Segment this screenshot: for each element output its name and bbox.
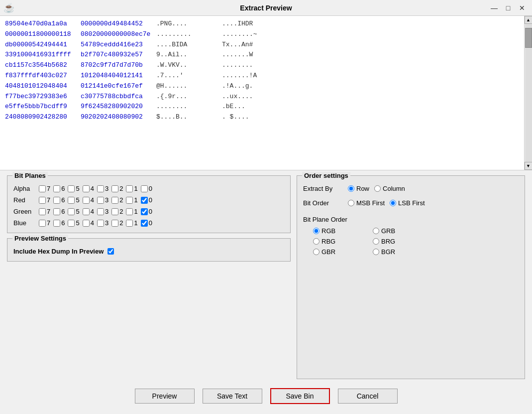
bit-checkbox-blue-5[interactable] [68, 220, 75, 227]
bit-checkbox-green-4[interactable] [83, 208, 90, 215]
scroll-track[interactable] [525, 24, 532, 162]
bit-plane-option-grb[interactable]: GRB [373, 227, 423, 235]
vertical-scrollbar[interactable]: ▲ ▼ [524, 16, 532, 170]
bit-item-red-7: 7 [39, 196, 50, 204]
bit-checkbox-red-1[interactable] [126, 197, 133, 204]
bit-label-blue-6: 6 [61, 219, 65, 227]
order-content: Extract By Row Column Bit Order [303, 185, 519, 256]
bit-checkbox-blue-2[interactable] [111, 220, 118, 227]
bit-plane-option-rbg[interactable]: RBG [313, 238, 363, 245]
close-button[interactable]: ✕ [516, 2, 528, 14]
bit-checkbox-blue-7[interactable] [39, 220, 46, 227]
bit-checkbox-green-7[interactable] [39, 208, 46, 215]
hex-col2: 9f62458280902020 [81, 102, 150, 112]
bit-checkbox-red-4[interactable] [83, 197, 90, 204]
extract-col-radio[interactable] [374, 185, 381, 192]
bit-checkbox-blue-4[interactable] [83, 220, 90, 227]
bit-item-red-6: 6 [53, 196, 65, 204]
hex-line: 2408080902428280 9020202408080902 $....B… [5, 112, 519, 123]
scroll-thumb[interactable] [525, 28, 532, 48]
bit-item-green-7: 7 [39, 208, 50, 215]
save-text-button[interactable]: Save Text [203, 389, 262, 404]
bit-plane-option-gbr[interactable]: GBR [313, 248, 363, 256]
bit-checkbox-blue-0[interactable] [141, 220, 148, 227]
lsb-first-input[interactable] [390, 200, 396, 206]
scroll-down-arrow[interactable]: ▼ [525, 162, 532, 170]
bit-checkbox-red-7[interactable] [39, 197, 46, 204]
hex-col2: 54789ceddd416e23 [81, 40, 150, 50]
bit-plane-radio-bgr[interactable] [373, 249, 379, 255]
bit-checkbox-red-2[interactable] [111, 197, 118, 204]
bit-item-alpha-2: 2 [111, 185, 123, 192]
msb-first-input[interactable] [348, 200, 354, 206]
bit-checkbox-alpha-0[interactable] [141, 185, 148, 192]
bit-item-blue-2: 2 [111, 219, 123, 227]
bit-label-blue-0: 0 [149, 219, 152, 227]
bit-checkbox-alpha-5[interactable] [68, 185, 75, 192]
bit-checkbox-red-3[interactable] [97, 197, 104, 204]
bit-item-red-5: 5 [68, 196, 79, 204]
bit-checkbox-group-alpha: 76543210 [39, 185, 152, 192]
bit-item-green-5: 5 [68, 208, 79, 215]
bit-label-green-7: 7 [47, 208, 50, 215]
bit-checkbox-blue-6[interactable] [53, 220, 60, 227]
bit-checkbox-green-2[interactable] [111, 208, 118, 215]
bit-label-blue-7: 7 [47, 219, 50, 227]
bit-checkbox-red-5[interactable] [68, 197, 75, 204]
save-bin-button[interactable]: Save Bin [270, 388, 330, 404]
extract-by-column-radio[interactable]: Column [374, 185, 405, 192]
bit-planes-title: Bit Planes [12, 172, 48, 179]
bit-checkbox-alpha-7[interactable] [39, 185, 46, 192]
bit-checkbox-blue-1[interactable] [126, 220, 133, 227]
bit-checkbox-green-0[interactable] [141, 208, 148, 215]
bit-item-blue-4: 4 [83, 219, 94, 227]
hex-col3: @H...... [156, 81, 216, 92]
bit-plane-option-brg[interactable]: BRG [373, 238, 423, 245]
msb-first-radio[interactable]: MSB First [348, 199, 385, 207]
bit-label-red-1: 1 [134, 196, 137, 204]
order-settings-title: Order settings [302, 172, 350, 179]
bit-plane-radio-rbg[interactable] [313, 238, 319, 245]
extract-by-row: Extract By Row Column [303, 185, 519, 192]
bit-item-green-1: 1 [126, 208, 137, 215]
bit-checkbox-alpha-6[interactable] [53, 185, 60, 192]
maximize-button[interactable]: □ [502, 2, 514, 14]
bit-plane-radio-rgb[interactable] [313, 228, 319, 234]
bit-item-red-4: 4 [83, 196, 94, 204]
scroll-up-arrow[interactable]: ▲ [525, 16, 532, 24]
bit-checkbox-green-5[interactable] [68, 208, 75, 215]
bit-checkbox-green-1[interactable] [126, 208, 133, 215]
extract-row-radio[interactable] [348, 185, 354, 192]
bit-plane-option-bgr[interactable]: BGR [373, 248, 423, 256]
bit-plane-radio-grb[interactable] [373, 228, 379, 234]
extract-by-row-radio[interactable]: Row [348, 185, 369, 192]
order-settings-panel: Order settings Extract By Row Column [297, 175, 525, 379]
bit-checkbox-alpha-1[interactable] [126, 185, 133, 192]
bit-plane-radio-brg[interactable] [373, 238, 379, 245]
bit-item-green-2: 2 [111, 208, 123, 215]
cancel-button[interactable]: Cancel [338, 389, 398, 404]
bit-item-alpha-0: 0 [141, 185, 152, 192]
bit-checkbox-red-0[interactable] [141, 197, 148, 204]
hex-col4: .......W [222, 50, 282, 60]
preview-button[interactable]: Preview [135, 389, 195, 404]
hex-line: 00000011800000118 08020000000008ec7e ...… [5, 29, 519, 40]
bit-plane-radio-gbr[interactable] [313, 249, 319, 255]
bit-checkbox-green-3[interactable] [97, 208, 104, 215]
hex-col3: 9..Ail.. [156, 50, 216, 60]
bit-checkbox-alpha-4[interactable] [83, 185, 90, 192]
bit-plane-option-rgb[interactable]: RGB [313, 227, 363, 235]
bit-checkbox-group-red: 76543210 [39, 196, 152, 204]
bit-label-alpha-3: 3 [105, 185, 108, 192]
bit-checkbox-green-6[interactable] [53, 208, 60, 215]
bit-checkbox-alpha-3[interactable] [97, 185, 104, 192]
bit-checkbox-alpha-2[interactable] [111, 185, 118, 192]
minimize-button[interactable]: — [488, 2, 500, 14]
hex-col1: 3391000416931ffff [5, 50, 75, 60]
lsb-first-radio[interactable]: LSB First [390, 199, 425, 207]
bit-item-blue-5: 5 [68, 219, 79, 227]
bit-checkbox-red-6[interactable] [53, 197, 60, 204]
hex-col3: ........ [156, 102, 216, 112]
bit-checkbox-blue-3[interactable] [97, 220, 104, 227]
hex-dump-checkbox[interactable] [107, 248, 114, 255]
